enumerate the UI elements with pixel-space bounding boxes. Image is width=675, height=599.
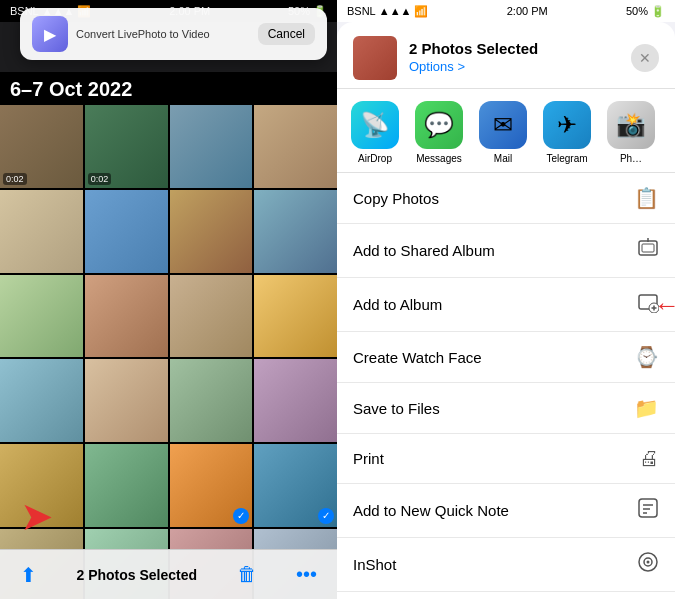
action-copy-photos[interactable]: Copy Photos 📋 [337, 173, 675, 224]
action-add-to-album-label: Add to Album [353, 296, 442, 313]
signal-icon-right: ▲▲▲ [379, 5, 412, 17]
video-badge: 0:02 [3, 173, 27, 185]
toolbar-center-text: 2 Photos Selected [76, 567, 197, 583]
share-app-ph[interactable]: 📸 Ph… [601, 101, 661, 164]
right-status-right: 50% 🔋 [626, 5, 665, 18]
watch-icon: ⌚ [634, 345, 659, 369]
svg-rect-1 [642, 244, 654, 252]
trash-icon[interactable]: 🗑 [237, 563, 257, 586]
action-save-to-files[interactable]: Save to Files 📁 [337, 383, 675, 434]
photo-cell[interactable] [0, 275, 83, 358]
share-app-messages[interactable]: 💬 Messages [409, 101, 469, 164]
share-title: 2 Photos Selected [409, 40, 619, 57]
photo-cell[interactable] [170, 190, 253, 273]
inshot-icon [637, 551, 659, 578]
share-title-block: 2 Photos Selected Options > [409, 40, 619, 76]
bottom-toolbar: ⬆ 2 Photos Selected 🗑 ••• [0, 549, 337, 599]
share-app-mail[interactable]: ✉ Mail [473, 101, 533, 164]
quick-note-icon [637, 497, 659, 524]
photo-cell[interactable] [170, 105, 253, 188]
share-close-button[interactable]: ✕ [631, 44, 659, 72]
share-sheet: 2 Photos Selected Options > ✕ 📡 AirDrop … [337, 22, 675, 599]
right-status-bar: BSNL ▲▲▲ 📶 2:00 PM 50% 🔋 [337, 0, 675, 22]
right-status-left: BSNL ▲▲▲ 📶 [347, 5, 428, 18]
telegram-label: Telegram [546, 153, 587, 164]
photo-cell[interactable] [0, 359, 83, 442]
photo-cell[interactable] [85, 444, 168, 527]
share-icon[interactable]: ⬆ [20, 563, 37, 587]
carrier-right: BSNL [347, 5, 376, 17]
share-header: 2 Photos Selected Options > ✕ [337, 22, 675, 89]
svg-point-13 [647, 561, 650, 564]
action-add-quick-note-label: Add to New Quick Note [353, 502, 509, 519]
photo-cell[interactable]: 0:02 [85, 105, 168, 188]
share-apps-row: 📡 AirDrop 💬 Messages ✉ Mail ✈ Telegram 📸… [337, 89, 675, 173]
app-popup: ▶ Convert LivePhoto to Video Cancel [20, 8, 327, 60]
photo-cell[interactable] [170, 359, 253, 442]
photo-cell[interactable] [0, 190, 83, 273]
mail-icon: ✉ [479, 101, 527, 149]
copy-icon: 📋 [634, 186, 659, 210]
share-app-telegram[interactable]: ✈ Telegram [537, 101, 597, 164]
action-add-shared-album[interactable]: Add to Shared Album [337, 224, 675, 278]
time-right: 2:00 PM [507, 5, 548, 17]
svg-rect-7 [639, 499, 657, 517]
messages-label: Messages [416, 153, 462, 164]
selected-badge: ✓ [318, 508, 334, 524]
mail-label: Mail [494, 153, 512, 164]
action-add-to-album[interactable]: Add to Album ← [337, 278, 675, 332]
close-icon: ✕ [639, 50, 651, 66]
photo-cell[interactable] [254, 105, 337, 188]
red-arrow-left: ➤ [20, 493, 54, 539]
action-inshot[interactable]: InShot [337, 538, 675, 592]
airdrop-icon: 📡 [351, 101, 399, 149]
action-google-lens[interactable]: Search with Google Lens 🔍 [337, 592, 675, 599]
app-popup-icon: ▶ [32, 16, 68, 52]
photo-cell[interactable]: ✓ [254, 444, 337, 527]
photo-cell[interactable]: ✓ [170, 444, 253, 527]
telegram-icon: ✈ [543, 101, 591, 149]
left-panel: BSNL ▲▲▲ 📶 2:00 PM 50% 🔋 ▶ Convert LiveP… [0, 0, 337, 599]
photo-cell[interactable] [85, 275, 168, 358]
share-thumbnail [353, 36, 397, 80]
battery-icon-right: 🔋 [651, 5, 665, 18]
photo-cell[interactable] [254, 275, 337, 358]
airdrop-label: AirDrop [358, 153, 392, 164]
cancel-button[interactable]: Cancel [258, 23, 315, 45]
action-create-watch-face-label: Create Watch Face [353, 349, 482, 366]
messages-icon: 💬 [415, 101, 463, 149]
share-options-button[interactable]: Options > [409, 57, 465, 76]
action-inshot-label: InShot [353, 556, 396, 573]
shared-album-icon [637, 237, 659, 264]
action-print[interactable]: Print 🖨 [337, 434, 675, 484]
red-arrow-right: ← [654, 289, 675, 320]
photo-cell[interactable] [85, 190, 168, 273]
date-header: 6–7 Oct 2022 [0, 72, 337, 105]
files-icon: 📁 [634, 396, 659, 420]
more-icon[interactable]: ••• [296, 563, 317, 586]
photo-cell[interactable] [254, 359, 337, 442]
action-add-quick-note[interactable]: Add to New Quick Note [337, 484, 675, 538]
right-panel: BSNL ▲▲▲ 📶 2:00 PM 50% 🔋 2 Photos Select… [337, 0, 675, 599]
share-app-airdrop[interactable]: 📡 AirDrop [345, 101, 405, 164]
share-action-list: Copy Photos 📋 Add to Shared Album Add to… [337, 173, 675, 599]
app-popup-text: Convert LivePhoto to Video [76, 28, 250, 40]
action-add-shared-album-label: Add to Shared Album [353, 242, 495, 259]
action-save-to-files-label: Save to Files [353, 400, 440, 417]
photo-cell[interactable] [254, 190, 337, 273]
ph-label: Ph… [620, 153, 642, 164]
action-create-watch-face[interactable]: Create Watch Face ⌚ [337, 332, 675, 383]
photo-cell[interactable] [85, 359, 168, 442]
print-icon: 🖨 [639, 447, 659, 470]
video-badge: 0:02 [88, 173, 112, 185]
action-print-label: Print [353, 450, 384, 467]
photo-cell[interactable] [170, 275, 253, 358]
selected-badge: ✓ [233, 508, 249, 524]
action-copy-photos-label: Copy Photos [353, 190, 439, 207]
photo-cell[interactable]: 0:02 [0, 105, 83, 188]
ph-icon: 📸 [607, 101, 655, 149]
wifi-icon-right: 📶 [414, 5, 428, 18]
battery-right: 50% [626, 5, 648, 17]
